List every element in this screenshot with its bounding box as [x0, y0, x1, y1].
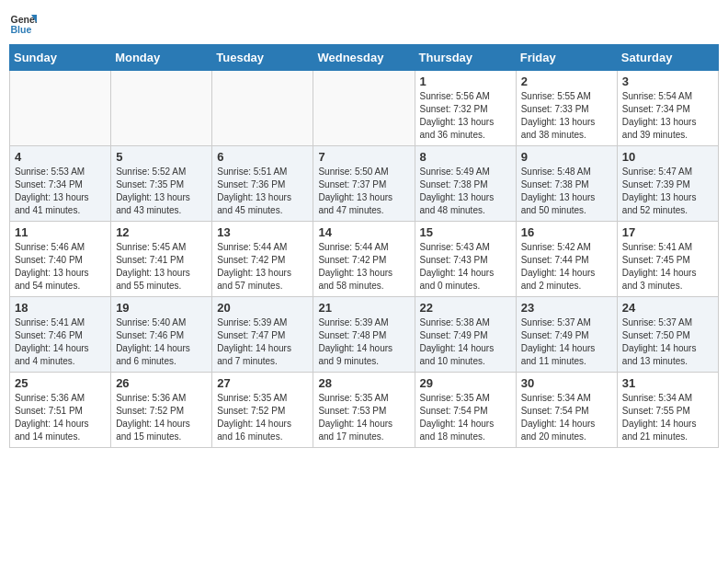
calendar-day-cell: 23Sunrise: 5:37 AMSunset: 7:49 PMDayligh…: [516, 297, 617, 373]
day-info: Sunrise: 5:36 AMSunset: 7:51 PMDaylight:…: [15, 392, 106, 443]
day-info: Sunrise: 5:35 AMSunset: 7:53 PMDaylight:…: [318, 392, 409, 443]
calendar-day-cell: 31Sunrise: 5:34 AMSunset: 7:55 PMDayligh…: [617, 373, 718, 448]
calendar-week-row: 1Sunrise: 5:56 AMSunset: 7:32 PMDaylight…: [10, 71, 719, 146]
day-info: Sunrise: 5:34 AMSunset: 7:55 PMDaylight:…: [622, 392, 713, 443]
day-of-week-header: Tuesday: [212, 45, 313, 71]
calendar-day-cell: 4Sunrise: 5:53 AMSunset: 7:34 PMDaylight…: [10, 146, 111, 222]
day-number: 22: [420, 301, 511, 315]
calendar-day-cell: 28Sunrise: 5:35 AMSunset: 7:53 PMDayligh…: [313, 373, 415, 448]
calendar-day-cell: 15Sunrise: 5:43 AMSunset: 7:43 PMDayligh…: [415, 222, 516, 297]
day-number: 8: [420, 150, 511, 164]
calendar-day-cell: 22Sunrise: 5:38 AMSunset: 7:49 PMDayligh…: [415, 297, 516, 373]
calendar-day-cell: 9Sunrise: 5:48 AMSunset: 7:38 PMDaylight…: [516, 146, 617, 222]
day-number: 7: [318, 150, 409, 164]
day-number: 13: [217, 225, 308, 239]
calendar-day-cell: 25Sunrise: 5:36 AMSunset: 7:51 PMDayligh…: [10, 373, 111, 448]
day-number: 31: [622, 376, 713, 390]
calendar-day-cell: 10Sunrise: 5:47 AMSunset: 7:39 PMDayligh…: [617, 146, 718, 222]
day-number: 4: [15, 150, 106, 164]
day-number: 24: [622, 301, 713, 315]
calendar-day-cell: 7Sunrise: 5:50 AMSunset: 7:37 PMDaylight…: [313, 146, 415, 222]
logo: General Blue: [9, 9, 37, 37]
day-info: Sunrise: 5:50 AMSunset: 7:37 PMDaylight:…: [318, 166, 409, 217]
day-info: Sunrise: 5:56 AMSunset: 7:32 PMDaylight:…: [420, 90, 511, 142]
calendar-day-cell: 11Sunrise: 5:46 AMSunset: 7:40 PMDayligh…: [10, 222, 111, 297]
calendar-day-cell: 3Sunrise: 5:54 AMSunset: 7:34 PMDaylight…: [617, 71, 718, 146]
day-number: 25: [15, 376, 106, 390]
day-info: Sunrise: 5:42 AMSunset: 7:44 PMDaylight:…: [521, 241, 612, 293]
calendar-day-cell: 21Sunrise: 5:39 AMSunset: 7:48 PMDayligh…: [313, 297, 415, 373]
day-number: 6: [217, 150, 308, 164]
day-info: Sunrise: 5:41 AMSunset: 7:46 PMDaylight:…: [15, 316, 106, 368]
header: General Blue: [9, 9, 719, 37]
day-of-week-header: Wednesday: [313, 45, 415, 71]
day-info: Sunrise: 5:46 AMSunset: 7:40 PMDaylight:…: [15, 241, 106, 293]
day-info: Sunrise: 5:35 AMSunset: 7:52 PMDaylight:…: [217, 392, 308, 443]
day-info: Sunrise: 5:36 AMSunset: 7:52 PMDaylight:…: [116, 392, 207, 443]
calendar-week-row: 11Sunrise: 5:46 AMSunset: 7:40 PMDayligh…: [10, 222, 719, 297]
day-info: Sunrise: 5:55 AMSunset: 7:33 PMDaylight:…: [521, 90, 612, 142]
day-info: Sunrise: 5:37 AMSunset: 7:49 PMDaylight:…: [521, 316, 612, 368]
day-number: 29: [420, 376, 511, 390]
day-number: 14: [318, 225, 409, 239]
day-number: 2: [521, 75, 612, 88]
day-info: Sunrise: 5:45 AMSunset: 7:41 PMDaylight:…: [116, 241, 207, 293]
calendar-day-cell: 13Sunrise: 5:44 AMSunset: 7:42 PMDayligh…: [212, 222, 313, 297]
day-info: Sunrise: 5:34 AMSunset: 7:54 PMDaylight:…: [521, 392, 612, 443]
calendar-week-row: 25Sunrise: 5:36 AMSunset: 7:51 PMDayligh…: [10, 373, 719, 448]
calendar-week-row: 18Sunrise: 5:41 AMSunset: 7:46 PMDayligh…: [10, 297, 719, 373]
day-number: 26: [116, 376, 207, 390]
day-number: 9: [521, 150, 612, 164]
day-of-week-header: Monday: [111, 45, 212, 71]
calendar-day-cell: 27Sunrise: 5:35 AMSunset: 7:52 PMDayligh…: [212, 373, 313, 448]
calendar-week-row: 4Sunrise: 5:53 AMSunset: 7:34 PMDaylight…: [10, 146, 719, 222]
calendar-day-cell: [212, 71, 313, 146]
day-of-week-header: Saturday: [617, 45, 718, 71]
calendar-day-cell: 6Sunrise: 5:51 AMSunset: 7:36 PMDaylight…: [212, 146, 313, 222]
day-info: Sunrise: 5:51 AMSunset: 7:36 PMDaylight:…: [217, 166, 308, 217]
calendar-day-cell: 30Sunrise: 5:34 AMSunset: 7:54 PMDayligh…: [516, 373, 617, 448]
day-info: Sunrise: 5:47 AMSunset: 7:39 PMDaylight:…: [622, 166, 713, 217]
day-info: Sunrise: 5:40 AMSunset: 7:46 PMDaylight:…: [116, 316, 207, 368]
calendar-day-cell: 17Sunrise: 5:41 AMSunset: 7:45 PMDayligh…: [617, 222, 718, 297]
day-number: 19: [116, 301, 207, 315]
day-info: Sunrise: 5:53 AMSunset: 7:34 PMDaylight:…: [15, 166, 106, 217]
calendar-day-cell: 20Sunrise: 5:39 AMSunset: 7:47 PMDayligh…: [212, 297, 313, 373]
day-number: 12: [116, 225, 207, 239]
day-number: 1: [420, 75, 511, 88]
day-info: Sunrise: 5:44 AMSunset: 7:42 PMDaylight:…: [318, 241, 409, 293]
day-info: Sunrise: 5:35 AMSunset: 7:54 PMDaylight:…: [420, 392, 511, 443]
calendar-day-cell: [111, 71, 212, 146]
calendar: SundayMondayTuesdayWednesdayThursdayFrid…: [9, 44, 719, 448]
day-info: Sunrise: 5:43 AMSunset: 7:43 PMDaylight:…: [420, 241, 511, 293]
day-info: Sunrise: 5:39 AMSunset: 7:47 PMDaylight:…: [217, 316, 308, 368]
day-number: 20: [217, 301, 308, 315]
calendar-day-cell: 26Sunrise: 5:36 AMSunset: 7:52 PMDayligh…: [111, 373, 212, 448]
day-number: 10: [622, 150, 713, 164]
day-number: 30: [521, 376, 612, 390]
calendar-day-cell: 19Sunrise: 5:40 AMSunset: 7:46 PMDayligh…: [111, 297, 212, 373]
calendar-day-cell: 16Sunrise: 5:42 AMSunset: 7:44 PMDayligh…: [516, 222, 617, 297]
day-number: 5: [116, 150, 207, 164]
day-info: Sunrise: 5:39 AMSunset: 7:48 PMDaylight:…: [318, 316, 409, 368]
day-number: 15: [420, 225, 511, 239]
calendar-day-cell: 24Sunrise: 5:37 AMSunset: 7:50 PMDayligh…: [617, 297, 718, 373]
calendar-day-cell: 2Sunrise: 5:55 AMSunset: 7:33 PMDaylight…: [516, 71, 617, 146]
day-info: Sunrise: 5:44 AMSunset: 7:42 PMDaylight:…: [217, 241, 308, 293]
calendar-day-cell: [313, 71, 415, 146]
day-number: 11: [15, 225, 106, 239]
day-of-week-header: Friday: [516, 45, 617, 71]
day-number: 27: [217, 376, 308, 390]
calendar-day-cell: [10, 71, 111, 146]
calendar-day-cell: 18Sunrise: 5:41 AMSunset: 7:46 PMDayligh…: [10, 297, 111, 373]
calendar-header-row: SundayMondayTuesdayWednesdayThursdayFrid…: [10, 45, 719, 71]
day-info: Sunrise: 5:38 AMSunset: 7:49 PMDaylight:…: [420, 316, 511, 368]
day-number: 28: [318, 376, 409, 390]
day-info: Sunrise: 5:52 AMSunset: 7:35 PMDaylight:…: [116, 166, 207, 217]
day-info: Sunrise: 5:54 AMSunset: 7:34 PMDaylight:…: [622, 90, 713, 142]
calendar-day-cell: 12Sunrise: 5:45 AMSunset: 7:41 PMDayligh…: [111, 222, 212, 297]
calendar-day-cell: 5Sunrise: 5:52 AMSunset: 7:35 PMDaylight…: [111, 146, 212, 222]
calendar-day-cell: 29Sunrise: 5:35 AMSunset: 7:54 PMDayligh…: [415, 373, 516, 448]
day-number: 16: [521, 225, 612, 239]
day-number: 23: [521, 301, 612, 315]
